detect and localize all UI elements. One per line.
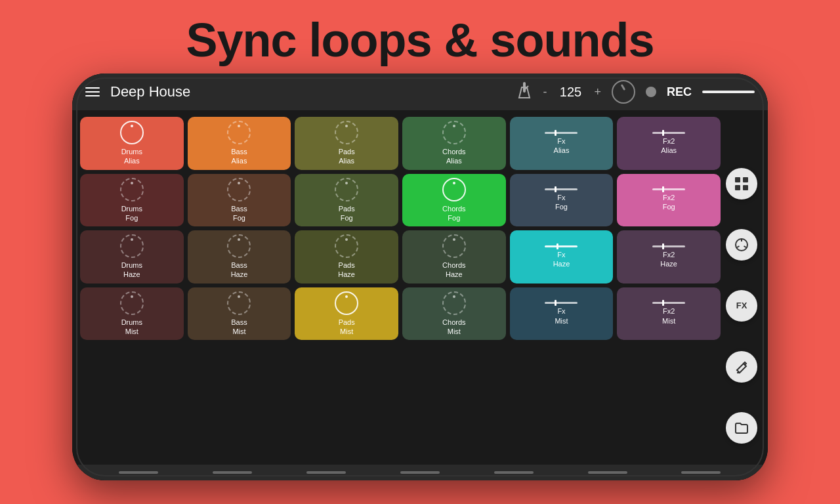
knob-active-indicator bbox=[442, 178, 466, 201]
pad-chords-mist[interactable]: ChordsMist bbox=[402, 287, 506, 341]
svg-rect-6 bbox=[743, 185, 748, 190]
bpm-value: 125 bbox=[557, 85, 583, 100]
svg-line-9 bbox=[737, 246, 740, 247]
svg-line-10 bbox=[744, 246, 747, 247]
knob-indicator bbox=[442, 291, 466, 315]
top-bar: Deep House - 125 + REC bbox=[72, 74, 768, 110]
knob-indicator bbox=[335, 121, 358, 144]
bottom-indicator bbox=[494, 471, 534, 474]
pad-label: Fx2Alias bbox=[661, 136, 677, 156]
metronome-icon[interactable] bbox=[516, 81, 532, 103]
menu-button[interactable] bbox=[85, 87, 100, 96]
knob-indicator bbox=[120, 291, 144, 315]
pad-fx2-alias[interactable]: Fx2Alias bbox=[617, 117, 721, 170]
rec-progress-bar bbox=[702, 91, 755, 93]
knob-indicator bbox=[442, 121, 466, 144]
bottom-indicator bbox=[213, 471, 252, 474]
knob-indicator bbox=[227, 121, 251, 144]
pad-label: FxAlias bbox=[554, 136, 570, 156]
mixer-button[interactable] bbox=[726, 229, 757, 261]
hline-indicator bbox=[652, 132, 685, 134]
pad-chords-fog[interactable]: ChordsFog bbox=[402, 174, 506, 227]
knob-indicator bbox=[335, 178, 358, 201]
phone-wrapper: Deep House - 125 + REC DrumsAlias Bas bbox=[72, 74, 768, 480]
pad-label: ChordsAlias bbox=[442, 147, 465, 166]
pad-bass-alias[interactable]: BassAlias bbox=[188, 117, 291, 170]
knob-indicator bbox=[442, 234, 466, 258]
bpm-minus[interactable]: - bbox=[543, 85, 547, 99]
knob-indicator bbox=[227, 234, 251, 258]
pad-label: DrumsHaze bbox=[121, 261, 142, 280]
pad-fx2-mist[interactable]: Fx2Mist bbox=[617, 287, 721, 341]
pad-bass-haze[interactable]: BassHaze bbox=[188, 230, 291, 284]
pad-pads-mist[interactable]: PadsMist bbox=[295, 287, 398, 341]
pad-drums-alias[interactable]: DrumsAlias bbox=[80, 117, 184, 170]
pad-bass-mist[interactable]: BassMist bbox=[188, 287, 291, 341]
pad-label: PadsFog bbox=[339, 204, 355, 223]
pad-label: FxMist bbox=[555, 306, 568, 326]
svg-rect-3 bbox=[735, 177, 740, 182]
bottom-indicator bbox=[681, 471, 721, 474]
bottom-indicator bbox=[306, 471, 346, 474]
svg-rect-4 bbox=[743, 177, 748, 182]
pad-label: PadsAlias bbox=[339, 147, 355, 166]
pad-label: BassHaze bbox=[231, 261, 248, 280]
grid-view-button[interactable] bbox=[726, 168, 757, 200]
folder-button[interactable] bbox=[726, 412, 757, 444]
pad-label: Fx2Haze bbox=[660, 250, 677, 269]
knob-indicator bbox=[120, 178, 144, 201]
project-title: Deep House bbox=[110, 83, 506, 100]
hline-indicator bbox=[545, 188, 578, 190]
pad-fx-alias[interactable]: FxAlias bbox=[510, 117, 614, 170]
pad-label: ChordsMist bbox=[442, 318, 465, 337]
pad-label: BassFog bbox=[231, 204, 247, 223]
bottom-indicator bbox=[400, 471, 440, 474]
pad-chords-alias[interactable]: ChordsAlias bbox=[402, 117, 506, 170]
bottom-indicator bbox=[588, 471, 627, 474]
hline-indicator bbox=[545, 132, 578, 134]
side-buttons-panel: FX bbox=[726, 147, 757, 465]
pad-label: BassMist bbox=[231, 318, 247, 337]
pad-fx-mist[interactable]: FxMist bbox=[510, 287, 614, 341]
pad-pads-alias[interactable]: PadsAlias bbox=[295, 117, 398, 170]
bottom-bar bbox=[72, 465, 768, 480]
pad-drums-haze[interactable]: DrumsHaze bbox=[80, 230, 184, 284]
bottom-indicator bbox=[119, 471, 158, 474]
pad-label: DrumsFog bbox=[121, 204, 142, 223]
fx-button[interactable]: FX bbox=[726, 290, 757, 322]
knob-indicator bbox=[120, 234, 144, 258]
pad-pads-haze[interactable]: PadsHaze bbox=[295, 230, 398, 284]
pad-drums-fog[interactable]: DrumsFog bbox=[80, 174, 184, 227]
pad-label: FxHaze bbox=[553, 250, 570, 269]
hline-active-indicator bbox=[545, 245, 578, 247]
knob-active-indicator bbox=[335, 291, 358, 315]
hline-indicator bbox=[652, 302, 685, 304]
knob-indicator bbox=[227, 291, 251, 315]
pad-drums-mist[interactable]: DrumsMist bbox=[80, 287, 184, 341]
pad-label: ChordsFog bbox=[442, 204, 465, 223]
pad-pads-fog[interactable]: PadsFog bbox=[295, 174, 398, 227]
edit-button[interactable] bbox=[726, 351, 757, 383]
pad-chords-haze[interactable]: ChordsHaze bbox=[402, 230, 506, 284]
pad-fx2-fog[interactable]: Fx2Fog bbox=[617, 174, 721, 227]
rec-label[interactable]: REC bbox=[667, 85, 692, 99]
pad-label: PadsMist bbox=[339, 318, 355, 337]
knob-active-indicator bbox=[120, 121, 144, 144]
pad-fx-haze[interactable]: FxHaze bbox=[510, 230, 614, 284]
pad-label: Fx2Mist bbox=[662, 306, 675, 326]
knob-indicator bbox=[335, 234, 358, 258]
headline: Sync loops & sounds bbox=[186, 0, 654, 74]
pad-fx-fog[interactable]: FxFog bbox=[510, 174, 614, 227]
pad-fx2-haze[interactable]: Fx2Haze bbox=[617, 230, 721, 284]
svg-rect-5 bbox=[735, 185, 740, 190]
pad-label: DrumsAlias bbox=[121, 147, 142, 166]
pad-label: ChordsHaze bbox=[442, 261, 465, 280]
hline-indicator bbox=[652, 188, 685, 190]
knob-indicator bbox=[227, 178, 251, 201]
pad-bass-fog[interactable]: BassFog bbox=[188, 174, 291, 227]
phone-screen: Deep House - 125 + REC DrumsAlias Bas bbox=[72, 74, 768, 480]
tempo-dial[interactable] bbox=[612, 80, 635, 104]
bpm-plus[interactable]: + bbox=[594, 85, 601, 99]
hline-indicator bbox=[652, 245, 685, 247]
pad-label: FxFog bbox=[555, 193, 568, 212]
